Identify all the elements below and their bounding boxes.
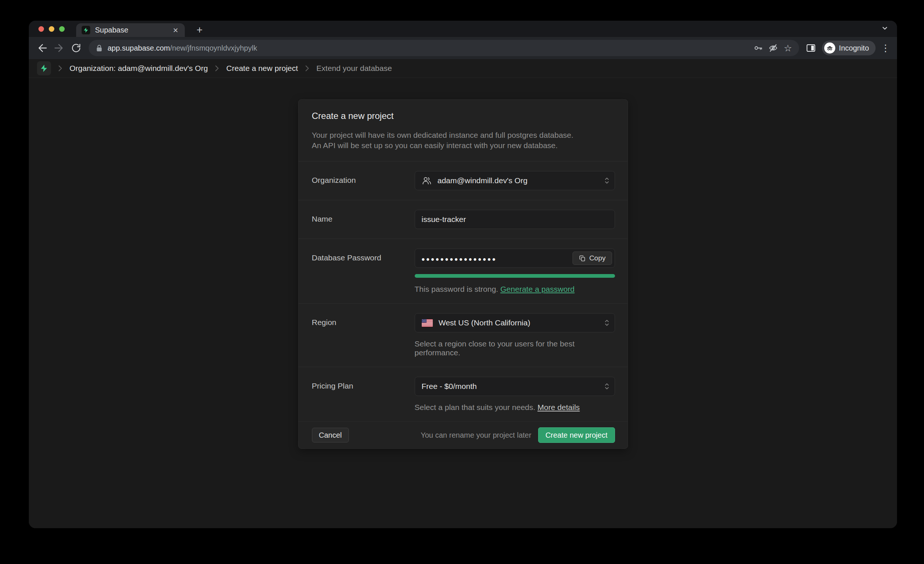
name-label: Name xyxy=(312,210,415,229)
browser-window: Supabase × + app.supabase.com/new/jfnsmq… xyxy=(29,21,897,528)
chevron-right-icon xyxy=(214,65,219,72)
window-close-button[interactable] xyxy=(39,26,44,32)
supabase-favicon-icon xyxy=(81,25,90,35)
tab-strip: Supabase × + xyxy=(29,21,897,37)
name-row: Name xyxy=(298,200,628,239)
more-details-link[interactable]: More details xyxy=(537,403,579,411)
breadcrumb: Organization: adam@windmill.dev's Org Cr… xyxy=(29,59,897,78)
url-domain: app.supabase.com xyxy=(108,44,170,52)
breadcrumb-item-create-project[interactable]: Create a new project xyxy=(226,64,298,73)
bookmark-star-icon[interactable]: ☆ xyxy=(781,40,795,55)
window-zoom-button[interactable] xyxy=(59,26,64,32)
url-text: app.supabase.com/new/jfnsmqoynldvxjyhpyl… xyxy=(108,44,751,52)
side-panel-icon[interactable] xyxy=(804,40,818,55)
password-key-icon[interactable] xyxy=(751,40,766,55)
us-flag-icon xyxy=(422,319,433,327)
users-icon xyxy=(422,176,432,186)
forward-button[interactable] xyxy=(51,40,67,56)
reload-button[interactable] xyxy=(68,40,84,56)
incognito-spy-icon xyxy=(824,42,835,54)
url-path: /new/jfnsmqoynldvxjyhpylk xyxy=(170,44,257,52)
card-footer: Cancel You can rename your project later… xyxy=(298,422,628,449)
organization-label: Organization xyxy=(312,171,415,190)
copy-label: Copy xyxy=(589,254,605,262)
organization-value: adam@windmill.dev's Org xyxy=(438,176,528,185)
password-helper: This password is strong. Generate a pass… xyxy=(415,285,615,294)
region-helper: Select a region close to your users for … xyxy=(415,340,615,357)
lock-icon[interactable] xyxy=(96,44,102,52)
password-label: Database Password xyxy=(312,248,415,294)
traffic-lights xyxy=(39,26,64,32)
region-value: West US (North California) xyxy=(439,319,530,327)
organization-select[interactable]: adam@windmill.dev's Org xyxy=(415,171,615,190)
cancel-button[interactable]: Cancel xyxy=(312,428,349,443)
create-new-project-button[interactable]: Create new project xyxy=(538,427,615,443)
incognito-badge: Incognito xyxy=(822,40,876,55)
name-input[interactable] xyxy=(422,215,608,224)
browser-tab-supabase[interactable]: Supabase × xyxy=(76,23,185,37)
pricing-helper-text: Select a plan that suits your needs. xyxy=(415,403,536,411)
chevron-right-icon xyxy=(304,65,310,72)
copy-icon xyxy=(579,255,586,262)
generate-password-link[interactable]: Generate a password xyxy=(501,285,575,293)
description-line-1: Your project will have its own dedicated… xyxy=(312,130,614,141)
password-strength-text: This password is strong. xyxy=(415,285,498,293)
copy-password-button[interactable]: Copy xyxy=(573,251,612,265)
pricing-select[interactable]: Free - $0/month xyxy=(415,377,615,396)
tab-close-icon[interactable]: × xyxy=(171,26,180,35)
window-minimize-button[interactable] xyxy=(49,26,54,32)
password-field[interactable]: •••••••••••••••• Copy xyxy=(415,248,615,268)
back-button[interactable] xyxy=(34,40,50,56)
incognito-label: Incognito xyxy=(839,44,869,52)
name-field xyxy=(415,210,615,229)
eye-off-icon[interactable] xyxy=(766,40,781,55)
page-title: Create a new project xyxy=(312,111,614,121)
browser-menu-icon[interactable]: ⋮ xyxy=(879,42,892,54)
tab-search-chevron-icon[interactable] xyxy=(881,24,889,33)
pricing-helper: Select a plan that suits your needs. Mor… xyxy=(415,403,615,412)
browser-toolbar: app.supabase.com/new/jfnsmqoynldvxjyhpyl… xyxy=(29,37,897,59)
pricing-value: Free - $0/month xyxy=(422,382,477,391)
supabase-logo-icon[interactable] xyxy=(37,61,51,75)
page-content: Create a new project Your project will h… xyxy=(29,78,897,528)
card-description: Your project will have its own dedicated… xyxy=(312,130,614,151)
tab-title: Supabase xyxy=(95,26,167,34)
password-row: Database Password •••••••••••••••• Copy xyxy=(298,239,628,303)
description-line-2: An API will be set up so you can easily … xyxy=(312,141,614,151)
chevron-selector-icon xyxy=(603,382,610,391)
address-bar[interactable]: app.supabase.com/new/jfnsmqoynldvxjyhpyl… xyxy=(89,40,799,56)
region-row: Region West US (North California) Select… xyxy=(298,303,628,367)
pricing-row: Pricing Plan Free - $0/month Select a pl… xyxy=(298,367,628,422)
rename-note: You can rename your project later xyxy=(421,431,531,440)
region-label: Region xyxy=(312,313,415,357)
card-header: Create a new project Your project will h… xyxy=(298,100,628,161)
region-select[interactable]: West US (North California) xyxy=(415,313,615,332)
chevron-right-icon xyxy=(58,65,63,72)
chevron-selector-icon xyxy=(603,176,610,185)
new-tab-button[interactable]: + xyxy=(193,24,206,36)
pricing-label: Pricing Plan xyxy=(312,377,415,412)
organization-row: Organization adam@windmill.dev's Org xyxy=(298,161,628,200)
chevron-selector-icon xyxy=(603,319,610,327)
password-strength-meter xyxy=(415,274,615,278)
breadcrumb-item-organization[interactable]: Organization: adam@windmill.dev's Org xyxy=(69,64,208,73)
breadcrumb-item-extend-database: Extend your database xyxy=(316,64,392,73)
create-project-card: Create a new project Your project will h… xyxy=(298,99,628,449)
